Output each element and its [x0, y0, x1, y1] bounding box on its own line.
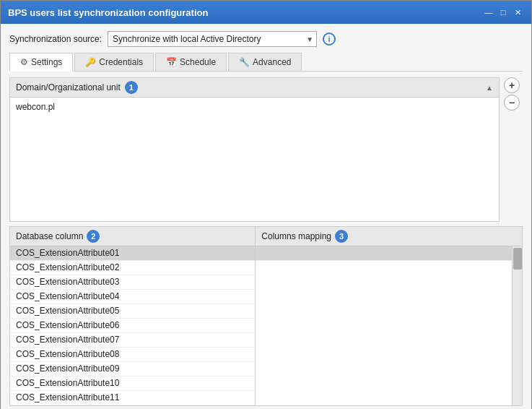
domain-column-header: Domain/Organizational unit 1: [16, 81, 138, 94]
tab-credentials[interactable]: 🔑 Credentials: [74, 53, 154, 71]
db-row[interactable]: COS_ExtensionAttribute01: [10, 246, 255, 261]
tab-schedule[interactable]: 📅 Schedule: [155, 53, 227, 71]
content-area: Synchronization source: Synchronize with…: [1, 24, 531, 409]
domain-row[interactable]: webcon.pl: [16, 100, 493, 113]
main-window: BPS users list synchronization configura…: [0, 0, 532, 409]
sync-source-row: Synchronization source: Synchronize with…: [9, 31, 523, 47]
db-row[interactable]: COS_ExtensionAttribute03: [10, 275, 255, 290]
cm-badge: 3: [335, 230, 348, 243]
db-column: COS_ExtensionAttribute01COS_ExtensionAtt…: [10, 246, 256, 405]
db-row[interactable]: COS_ExtensionAttribute09: [10, 362, 255, 376]
db-header-text: Database column: [16, 231, 83, 241]
minimize-button[interactable]: —: [482, 7, 495, 18]
db-row[interactable]: COS_ExtensionAttribute08: [10, 348, 255, 362]
db-row[interactable]: COS_ExtensionAttribute06: [10, 319, 255, 333]
domain-table-body: webcon.pl: [10, 98, 499, 221]
domain-header-text: Domain/Organizational unit: [16, 82, 121, 92]
db-row[interactable]: COS_ExtensionAttribute11: [10, 391, 255, 405]
domain-scroll-up-icon[interactable]: ▲: [486, 84, 493, 92]
cm-column: [256, 246, 522, 405]
window-title: BPS users list synchronization configura…: [8, 7, 208, 18]
domain-buttons: + −: [504, 77, 520, 111]
remove-domain-button[interactable]: −: [504, 95, 520, 111]
db-column-header: Database column 2: [10, 227, 256, 246]
tab-credentials-label: Credentials: [99, 57, 143, 67]
main-panel: Domain/Organizational unit 1 ▲ webcon.pl…: [9, 77, 523, 406]
mapping-table-body: COS_ExtensionAttribute01COS_ExtensionAtt…: [10, 246, 522, 405]
cm-scrollbar[interactable]: [512, 246, 522, 405]
sync-source-label: Synchronization source:: [9, 34, 102, 44]
tab-settings[interactable]: ⚙ Settings: [9, 53, 73, 72]
db-row[interactable]: COS_ExtensionAttribute07: [10, 333, 255, 348]
domain-header-row: Domain/Organizational unit 1 ▲: [16, 81, 493, 94]
sync-source-select[interactable]: Synchronize with local Active Directory: [108, 32, 316, 46]
mapping-table-header: Database column 2 Columns mapping 3: [10, 227, 522, 246]
advanced-tab-icon: 🔧: [239, 57, 250, 67]
cm-column-header: Columns mapping 3: [256, 227, 522, 246]
maximize-button[interactable]: □: [497, 7, 510, 18]
domain-table-wrapper: Domain/Organizational unit 1 ▲ webcon.pl…: [9, 77, 500, 222]
tabs-bar: ⚙ Settings 🔑 Credentials 📅 Schedule 🔧 Ad…: [9, 53, 523, 72]
tab-advanced-label: Advanced: [253, 57, 291, 67]
domain-table: Domain/Organizational unit 1 ▲ webcon.pl: [9, 77, 500, 222]
add-domain-button[interactable]: +: [504, 77, 520, 93]
mapping-table: Database column 2 Columns mapping 3 COS_…: [9, 226, 523, 406]
cm-header-text: Columns mapping: [261, 231, 331, 241]
close-button[interactable]: ✕: [511, 7, 524, 18]
info-icon[interactable]: i: [323, 33, 336, 46]
title-bar: BPS users list synchronization configura…: [1, 1, 531, 24]
sync-source-select-wrapper[interactable]: Synchronize with local Active Directory …: [108, 31, 317, 47]
domain-table-header: Domain/Organizational unit 1 ▲: [10, 78, 499, 98]
cm-selected-row[interactable]: [256, 246, 522, 261]
settings-tab-icon: ⚙: [20, 57, 28, 67]
tab-settings-label: Settings: [31, 57, 62, 67]
db-badge: 2: [87, 230, 100, 243]
window-controls: — □ ✕: [482, 7, 524, 18]
db-row[interactable]: COS_ExtensionAttribute05: [10, 304, 255, 319]
tab-schedule-label: Schedule: [180, 57, 216, 67]
schedule-tab-icon: 📅: [166, 57, 177, 67]
db-row[interactable]: COS_ExtensionAttribute02: [10, 261, 255, 275]
cm-scrollbar-thumb[interactable]: [513, 248, 522, 270]
domain-badge: 1: [125, 81, 138, 94]
credentials-tab-icon: 🔑: [85, 57, 96, 67]
tab-advanced[interactable]: 🔧 Advanced: [228, 53, 302, 71]
db-row[interactable]: COS_ExtensionAttribute10: [10, 376, 255, 391]
db-row[interactable]: COS_ExtensionAttribute04: [10, 290, 255, 304]
